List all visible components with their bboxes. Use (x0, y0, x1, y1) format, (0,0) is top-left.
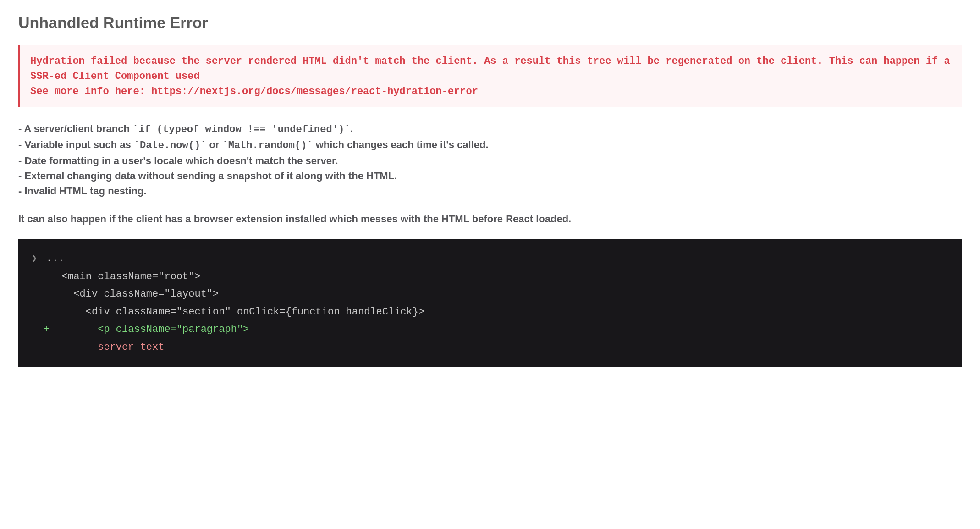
code-indent (31, 271, 61, 282)
code-text: <p className="paragraph"> (98, 324, 249, 335)
diff-remove-marker: - (31, 342, 98, 353)
error-title: Unhandled Runtime Error (18, 14, 962, 32)
code-text: <div className="section" onClick={functi… (86, 306, 424, 318)
code-line: ❯ ... (31, 250, 949, 268)
chevron-right-icon: ❯ (31, 250, 43, 268)
code-indent (31, 306, 86, 318)
code-line: <div className="section" onClick={functi… (31, 303, 949, 321)
cause-item: - Date formatting in a user's locale whi… (18, 153, 962, 168)
code-line: <main className="root"> (31, 268, 949, 286)
code-text: <main className="root"> (61, 271, 201, 282)
error-message-text: Hydration failed because the server rend… (30, 54, 952, 99)
error-message-box: Hydration failed because the server rend… (18, 45, 962, 107)
diff-add-marker: + (31, 324, 98, 335)
cause-item: - A server/client branch `if (typeof win… (18, 121, 962, 137)
code-line: - server-text (31, 339, 949, 357)
code-text: <div className="layout"> (73, 288, 219, 300)
code-line: <div className="layout"> (31, 286, 949, 303)
cause-item: - External changing data without sending… (18, 168, 962, 183)
cause-item: - Variable input such as `Date.now()` or… (18, 137, 962, 153)
code-indent (31, 288, 73, 300)
causes-list: - A server/client branch `if (typeof win… (18, 121, 962, 198)
code-diff-block: ❯ ... <main className="root"> <div class… (18, 239, 962, 367)
code-text: server-text (98, 342, 164, 353)
code-text: ... (46, 253, 64, 264)
cause-item: - Invalid HTML tag nesting. (18, 183, 962, 198)
code-line: + <p className="paragraph"> (31, 321, 949, 339)
additional-note: It can also happen if the client has a b… (18, 211, 962, 226)
